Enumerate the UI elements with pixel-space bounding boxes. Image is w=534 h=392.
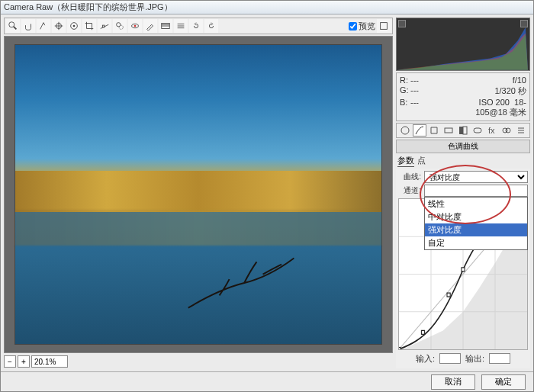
histogram[interactable]	[396, 18, 530, 71]
graduated-filter-icon[interactable]	[159, 19, 172, 33]
zoom-in-button[interactable]: +	[18, 355, 30, 368]
crop-tool-icon[interactable]	[82, 19, 96, 33]
svg-point-9	[117, 23, 121, 27]
straighten-tool-icon[interactable]	[98, 19, 111, 33]
tab-fx[interactable]: fx	[485, 124, 499, 137]
curve-preset-row: 曲线: 强对比度	[398, 171, 528, 183]
svg-rect-40	[421, 330, 424, 334]
svg-rect-8	[102, 25, 105, 27]
svg-point-27	[506, 128, 510, 133]
titlebar: Camera Raw（秋日暖阳下的缤纷世界.JPG）	[1, 1, 533, 14]
redeye-tool-icon[interactable]	[128, 19, 142, 33]
svg-rect-39	[399, 348, 400, 349]
preset-dropdown[interactable]: 线性 中对比度 强对比度 自定	[424, 197, 528, 250]
svg-point-6	[73, 25, 76, 27]
right-pane: R:--- f/10 G:--- 1/320 秒 B:--- ISO 200 1…	[396, 18, 530, 368]
metadata-panel: R:--- f/10 G:--- 1/320 秒 B:--- ISO 200 1…	[396, 72, 530, 121]
svg-rect-19	[381, 23, 388, 30]
white-balance-tool-icon[interactable]	[37, 19, 50, 33]
window-title: Camera Raw（秋日暖阳下的缤纷世界.JPG）	[4, 2, 172, 13]
spot-removal-icon[interactable]	[113, 19, 127, 33]
rotate-ccw-icon[interactable]	[189, 19, 203, 33]
svg-rect-42	[462, 268, 465, 272]
tab-calibration[interactable]	[500, 124, 513, 137]
svg-rect-21	[445, 128, 452, 133]
adjustment-brush-icon[interactable]	[143, 19, 157, 33]
svg-rect-41	[447, 293, 450, 297]
subtab-point[interactable]: 点	[417, 155, 426, 167]
tab-presets[interactable]	[514, 124, 528, 137]
tone-curve-panel: 曲线: 强对比度 通道: 线性 中对比度 强对比度 自定	[396, 169, 530, 368]
targeted-adjustment-icon[interactable]	[67, 19, 81, 33]
zoom-out-button[interactable]: −	[4, 355, 16, 368]
curve-output-field[interactable]	[489, 353, 510, 364]
option-medium-contrast[interactable]: 中对比度	[425, 210, 527, 223]
option-strong-contrast[interactable]: 强对比度	[425, 223, 527, 236]
svg-rect-23	[463, 127, 467, 134]
tab-detail[interactable]	[427, 124, 441, 137]
toolbar: 预览	[4, 18, 393, 34]
curve-preset-select[interactable]: 强对比度	[424, 171, 528, 183]
ok-button[interactable]: 确定	[481, 374, 526, 390]
color-sampler-icon[interactable]	[52, 19, 66, 33]
curve-channel-row: 通道: 线性 中对比度 强对比度 自定	[398, 185, 528, 197]
svg-rect-24	[474, 128, 481, 133]
left-pane: 预览 − + 20.1%	[4, 18, 393, 368]
option-linear[interactable]: 线性	[425, 198, 527, 210]
svg-point-12	[134, 25, 137, 27]
svg-rect-22	[459, 127, 463, 134]
svg-point-0	[9, 22, 14, 27]
rotate-cw-icon[interactable]	[204, 19, 218, 33]
image-preview	[14, 44, 383, 344]
tab-hsl[interactable]	[442, 124, 455, 137]
tab-tone-curve[interactable]	[413, 124, 426, 137]
curve-input-field[interactable]	[439, 353, 461, 364]
channel-field[interactable]	[424, 185, 528, 197]
tab-split[interactable]	[456, 124, 470, 137]
panel-tabs: fx	[396, 123, 530, 138]
panel-title: 色调曲线	[396, 140, 530, 153]
main-area: 预览 − + 20.1%	[1, 14, 533, 371]
curve-io-row: 输入: 输出:	[398, 352, 528, 366]
svg-text:fx: fx	[488, 126, 495, 135]
option-custom[interactable]: 自定	[425, 236, 527, 249]
preview-checkbox[interactable]: 预览	[349, 21, 375, 32]
hand-tool-icon[interactable]	[21, 19, 35, 33]
zoom-tool-icon[interactable]	[6, 19, 20, 33]
cancel-button[interactable]: 取消	[431, 374, 475, 390]
prefs-icon[interactable]	[174, 19, 188, 33]
tab-basic[interactable]	[398, 124, 412, 137]
camera-raw-window: Camera Raw（秋日暖阳下的缤纷世界.JPG） 预览	[0, 0, 534, 392]
svg-line-1	[14, 27, 17, 30]
footer: 取消 确定	[1, 371, 533, 391]
image-viewport[interactable]	[4, 36, 393, 353]
subtab-parametric[interactable]: 参数	[397, 155, 414, 167]
zoom-value[interactable]: 20.1%	[31, 355, 68, 368]
fullscreen-icon[interactable]	[377, 19, 391, 33]
tab-lens[interactable]	[471, 124, 484, 137]
svg-point-20	[401, 127, 409, 134]
subtab-row: 参数 点	[396, 155, 530, 167]
zoom-bar: − + 20.1%	[4, 355, 393, 368]
